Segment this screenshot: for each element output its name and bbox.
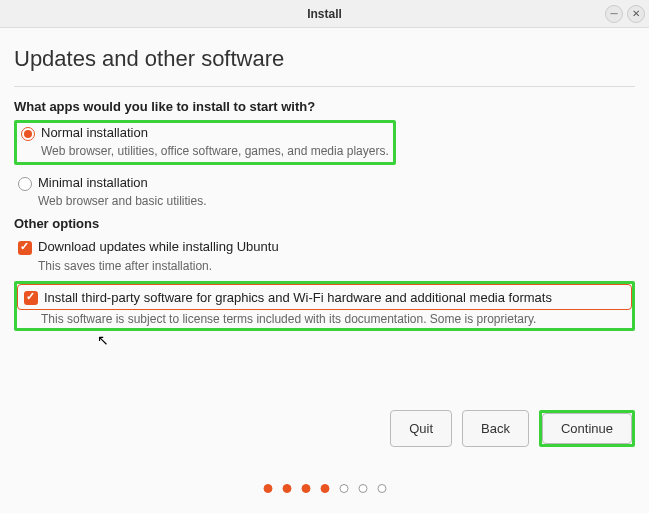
radio-icon <box>18 177 32 191</box>
option-body: Normal installation Web browser, utiliti… <box>41 125 389 158</box>
radio-minimal-install[interactable]: Minimal installation Web browser and bas… <box>14 173 635 210</box>
minimize-button[interactable]: ─ <box>605 5 623 23</box>
progress-dot <box>377 484 386 493</box>
progress-dot <box>263 484 272 493</box>
checkbox-icon <box>24 291 38 305</box>
close-button[interactable]: ✕ <box>627 5 645 23</box>
option-desc: Web browser and basic utilities. <box>38 194 631 208</box>
checkbox-download-updates[interactable]: Download updates while installing Ubuntu <box>14 237 635 257</box>
option-desc: This software is subject to license term… <box>41 312 632 326</box>
option-label: Minimal installation <box>38 175 631 190</box>
option-label: Normal installation <box>41 125 389 140</box>
progress-dot <box>301 484 310 493</box>
option-desc: This saves time after installation. <box>38 259 635 273</box>
divider <box>14 86 635 87</box>
option-desc: Web browser, utilities, office software,… <box>41 144 389 158</box>
continue-button[interactable]: Continue <box>542 413 632 444</box>
progress-dot <box>339 484 348 493</box>
footer-buttons: Quit Back Continue <box>390 410 635 447</box>
highlight-continue: Continue <box>539 410 635 447</box>
window-title: Install <box>307 7 342 21</box>
progress-dot <box>320 484 329 493</box>
question-apps: What apps would you like to install to s… <box>14 99 635 114</box>
window-controls: ─ ✕ <box>605 5 645 23</box>
radio-icon <box>21 127 35 141</box>
progress-dots <box>263 484 386 493</box>
highlight-third-party: Install third-party software for graphic… <box>14 281 635 331</box>
checkbox-third-party[interactable]: Install third-party software for graphic… <box>17 284 632 310</box>
highlight-normal-install: Normal installation Web browser, utiliti… <box>14 120 396 165</box>
option-label: Install third-party software for graphic… <box>44 290 552 305</box>
question-other: Other options <box>14 216 635 231</box>
progress-dot <box>358 484 367 493</box>
back-button[interactable]: Back <box>462 410 529 447</box>
content-area: Updates and other software What apps wou… <box>0 28 649 331</box>
progress-dot <box>282 484 291 493</box>
cursor-icon: ↖ <box>97 332 109 348</box>
option-body: Download updates while installing Ubuntu <box>38 239 631 254</box>
option-body: Minimal installation Web browser and bas… <box>38 175 631 208</box>
checkbox-icon <box>18 241 32 255</box>
page-title: Updates and other software <box>14 46 635 72</box>
quit-button[interactable]: Quit <box>390 410 452 447</box>
titlebar: Install ─ ✕ <box>0 0 649 28</box>
radio-normal-install[interactable]: Normal installation Web browser, utiliti… <box>17 123 393 160</box>
option-label: Download updates while installing Ubuntu <box>38 239 631 254</box>
